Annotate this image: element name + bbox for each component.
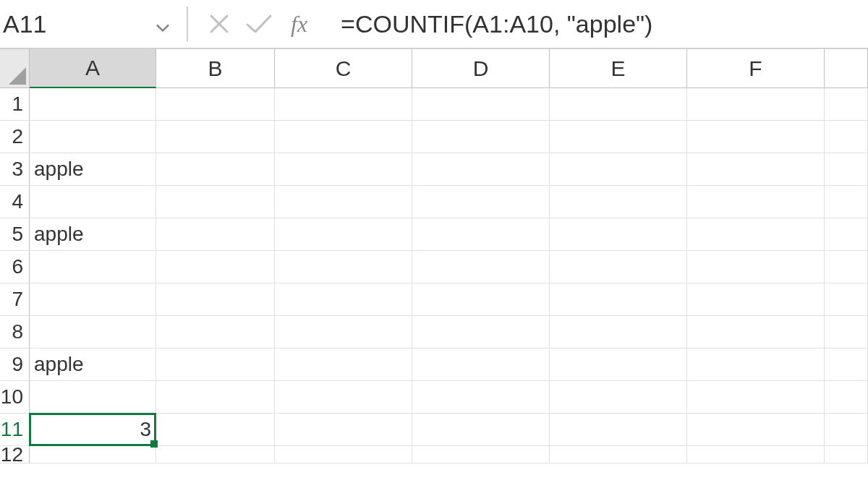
cell-A7[interactable]	[30, 283, 156, 316]
select-all-corner[interactable]	[0, 49, 30, 88]
cell-E12[interactable]	[550, 446, 687, 463]
cell-C8[interactable]	[275, 316, 412, 349]
col-header-F[interactable]: F	[687, 49, 825, 88]
col-header-E[interactable]: E	[550, 49, 687, 88]
cell-G4[interactable]	[825, 186, 868, 218]
cell-E1[interactable]	[550, 88, 687, 121]
row-header-8[interactable]: 8	[0, 316, 30, 349]
cell-C2[interactable]	[275, 121, 412, 153]
cell-F7[interactable]	[687, 283, 825, 316]
row-header-2[interactable]: 2	[0, 121, 30, 153]
cell-B3[interactable]	[156, 153, 275, 186]
enter-icon[interactable]	[244, 12, 273, 36]
cell-G11[interactable]	[825, 414, 868, 446]
cell-B11[interactable]	[156, 414, 275, 446]
row-header-4[interactable]: 4	[0, 186, 30, 218]
col-header-C[interactable]: C	[275, 49, 412, 88]
cell-A5[interactable]: apple	[30, 218, 156, 251]
cell-F5[interactable]	[687, 218, 825, 251]
cell-E7[interactable]	[550, 283, 687, 316]
cell-G12[interactable]	[825, 446, 868, 463]
col-header-A[interactable]: A	[30, 49, 156, 88]
cell-D11[interactable]	[412, 414, 550, 446]
cell-C12[interactable]	[275, 446, 412, 463]
col-header-B[interactable]: B	[156, 49, 275, 88]
cell-D5[interactable]	[412, 218, 550, 251]
row-header-5[interactable]: 5	[0, 218, 30, 251]
formula-input[interactable]: =COUNTIF(A1:A10, "apple")	[329, 10, 868, 38]
cell-E8[interactable]	[550, 316, 687, 349]
row-header-7[interactable]: 7	[0, 283, 30, 316]
cell-A2[interactable]	[30, 121, 156, 153]
cell-A9[interactable]: apple	[30, 349, 156, 381]
cell-D1[interactable]	[412, 88, 550, 121]
cell-B10[interactable]	[156, 381, 275, 414]
cell-C11[interactable]	[275, 414, 412, 446]
cell-G3[interactable]	[825, 153, 868, 186]
cell-D2[interactable]	[412, 121, 550, 153]
cell-F2[interactable]	[687, 121, 825, 153]
cell-B2[interactable]	[156, 121, 275, 153]
cell-E10[interactable]	[550, 381, 687, 414]
cell-B7[interactable]	[156, 283, 275, 316]
name-box[interactable]: A11	[0, 0, 181, 48]
cell-C10[interactable]	[275, 381, 412, 414]
col-header-D[interactable]: D	[412, 49, 550, 88]
cell-G7[interactable]	[825, 283, 868, 316]
cell-D4[interactable]	[412, 186, 550, 218]
cell-C9[interactable]	[275, 349, 412, 381]
cell-C5[interactable]	[275, 218, 412, 251]
col-header-G[interactable]	[825, 49, 868, 88]
cell-C4[interactable]	[275, 186, 412, 218]
cell-F9[interactable]	[687, 349, 825, 381]
cell-E2[interactable]	[550, 121, 687, 153]
row-header-10[interactable]: 10	[0, 381, 30, 414]
cell-A3[interactable]: apple	[30, 153, 156, 186]
cell-B4[interactable]	[156, 186, 275, 218]
cell-D9[interactable]	[412, 349, 550, 381]
insert-function-icon[interactable]: fx	[286, 11, 316, 38]
cell-F3[interactable]	[687, 153, 825, 186]
cell-B6[interactable]	[156, 251, 275, 283]
cell-B8[interactable]	[156, 316, 275, 349]
cell-C6[interactable]	[275, 251, 412, 283]
cell-E9[interactable]	[550, 349, 687, 381]
row-header-1[interactable]: 1	[0, 88, 30, 121]
name-box-dropdown-icon[interactable]	[156, 10, 169, 38]
cell-D10[interactable]	[412, 381, 550, 414]
cell-A12[interactable]	[30, 446, 156, 463]
cell-D3[interactable]	[412, 153, 550, 186]
cell-A1[interactable]	[30, 88, 156, 121]
cell-E5[interactable]	[550, 218, 687, 251]
cell-G1[interactable]	[825, 88, 868, 121]
cell-A10[interactable]	[30, 381, 156, 414]
cell-A4[interactable]	[30, 186, 156, 218]
row-header-6[interactable]: 6	[0, 251, 30, 283]
cell-G5[interactable]	[825, 218, 868, 251]
row-header-3[interactable]: 3	[0, 153, 30, 186]
cell-A6[interactable]	[30, 251, 156, 283]
cell-C1[interactable]	[275, 88, 412, 121]
cell-F1[interactable]	[687, 88, 825, 121]
cell-E6[interactable]	[550, 251, 687, 283]
cell-D6[interactable]	[412, 251, 550, 283]
cancel-icon[interactable]	[207, 12, 231, 36]
row-header-12[interactable]: 12	[0, 446, 30, 463]
cell-B12[interactable]	[156, 446, 275, 463]
cell-D12[interactable]	[412, 446, 550, 463]
cell-D8[interactable]	[412, 316, 550, 349]
cell-F10[interactable]	[687, 381, 825, 414]
cell-E3[interactable]	[550, 153, 687, 186]
cell-F4[interactable]	[687, 186, 825, 218]
cell-A11[interactable]: 3	[30, 414, 156, 446]
cell-C7[interactable]	[275, 283, 412, 316]
cell-C3[interactable]	[275, 153, 412, 186]
cell-A8[interactable]	[30, 316, 156, 349]
cell-F6[interactable]	[687, 251, 825, 283]
cell-E4[interactable]	[550, 186, 687, 218]
cell-E11[interactable]	[550, 414, 687, 446]
cell-F8[interactable]	[687, 316, 825, 349]
cell-G8[interactable]	[825, 316, 868, 349]
cell-G2[interactable]	[825, 121, 868, 153]
cell-F12[interactable]	[687, 446, 825, 463]
